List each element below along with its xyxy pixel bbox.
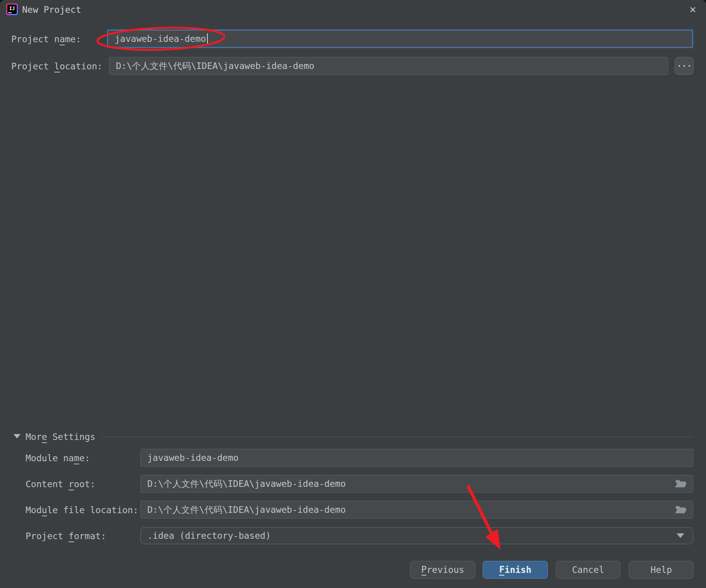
triangle-down-icon[interactable] (14, 434, 21, 438)
project-format-value: .idea (directory-based) (147, 531, 271, 541)
browse-button[interactable] (675, 57, 694, 75)
separator (101, 437, 693, 437)
module-file-location-label: Module file location: (26, 505, 138, 515)
content-root-label: Content root: (26, 479, 95, 489)
project-name-label: Project name: (11, 34, 81, 44)
ellipsis-icon (678, 65, 680, 67)
module-name-label: Module name: (26, 453, 90, 463)
new-project-dialog: IJ New Project ✕ Project name: javaweb-i… (0, 0, 706, 588)
content-root-input[interactable]: D:\个人文件\代码\IDEA\javaweb-idea-demo (140, 475, 693, 493)
module-name-value: javaweb-idea-demo (147, 453, 238, 463)
project-location-value: D:\个人文件\代码\IDEA\javaweb-idea-demo (116, 60, 314, 72)
project-format-select[interactable]: .idea (directory-based) (140, 527, 693, 544)
folder-open-icon[interactable] (675, 505, 687, 514)
folder-open-icon[interactable] (675, 479, 687, 488)
finish-button[interactable]: Finish (483, 561, 548, 579)
more-settings-header[interactable]: More Settings (26, 432, 95, 442)
project-location-label: Project location: (11, 61, 102, 71)
annotation-overlay (0, 0, 706, 588)
help-button[interactable]: Help (629, 561, 694, 579)
text-caret (207, 33, 208, 44)
previous-button[interactable]: Previous (410, 561, 475, 579)
project-location-input[interactable]: D:\个人文件\代码\IDEA\javaweb-idea-demo (109, 57, 668, 75)
module-file-location-value: D:\个人文件\代码\IDEA\javaweb-idea-demo (147, 504, 346, 516)
chevron-down-icon (677, 533, 684, 538)
window-title: New Project (22, 5, 81, 15)
module-file-location-input[interactable]: D:\个人文件\代码\IDEA\javaweb-idea-demo (140, 501, 693, 519)
intellij-idea-logo: IJ (6, 3, 18, 15)
close-icon[interactable]: ✕ (682, 0, 703, 18)
content-root-value: D:\个人文件\代码\IDEA\javaweb-idea-demo (147, 478, 346, 490)
module-name-input[interactable]: javaweb-idea-demo (140, 449, 693, 467)
cancel-button[interactable]: Cancel (556, 561, 620, 579)
project-name-value: javaweb-idea-demo (115, 34, 206, 44)
project-name-input[interactable]: javaweb-idea-demo (107, 29, 693, 48)
project-format-label: Project format: (26, 531, 106, 541)
